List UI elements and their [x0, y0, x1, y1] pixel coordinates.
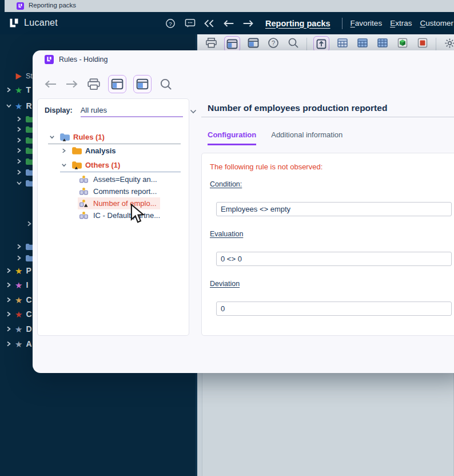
lucanet-brand-icon — [8, 17, 20, 29]
sidebar-subitem[interactable] — [26, 219, 32, 229]
condition-label: Condition: — [210, 180, 242, 188]
sidebar-folder[interactable] — [16, 156, 34, 166]
lucanet-logo-icon — [45, 55, 54, 64]
window-titlebar: Reporting packs — [0, 0, 454, 12]
toolbar-divider — [436, 38, 436, 50]
brand-name: Lucanet — [24, 18, 58, 28]
title-divider — [201, 117, 454, 117]
search-icon[interactable] — [286, 36, 300, 50]
sidebar-folder[interactable] — [16, 124, 34, 134]
menu-customer-portal[interactable]: Customer Portal — [420, 19, 454, 27]
star-yellow-icon: ★ — [15, 267, 22, 275]
tab-additional-information[interactable]: Additional information — [271, 130, 343, 145]
tree-item-analysis[interactable]: Analysis — [61, 145, 116, 157]
lucanet-logo-icon — [17, 2, 24, 10]
window-edge — [0, 0, 5, 12]
chevron-right-icon — [6, 296, 11, 303]
rule-icon — [79, 175, 89, 184]
sidebar-item-p[interactable]: ★P — [6, 265, 31, 276]
upload-icon[interactable] — [313, 36, 329, 52]
layout-left-icon[interactable] — [108, 75, 126, 93]
table-grid-icon[interactable] — [376, 36, 389, 50]
sidebar-folder[interactable] — [16, 135, 34, 145]
tree-rule-assets[interactable]: Assets=Equity an... — [78, 173, 161, 185]
display-filter: Display: All rules — [45, 106, 183, 117]
sidebar-item-d[interactable]: ★D — [6, 324, 32, 334]
svg-text:?: ? — [169, 20, 172, 26]
configuration-panel: The following rule is not observed: Cond… — [201, 153, 454, 336]
search-icon[interactable] — [158, 77, 173, 92]
forward-icon[interactable] — [242, 18, 254, 29]
sidebar-folder[interactable] — [16, 241, 34, 252]
table-blue-icon[interactable] — [356, 36, 369, 50]
folder-orange-icon — [71, 146, 82, 155]
tree-rule-comments[interactable]: Comments report... — [78, 185, 160, 197]
print-icon[interactable] — [86, 77, 101, 92]
gear-icon[interactable] — [443, 36, 454, 50]
tree-item-rules[interactable]: Rules (1) — [49, 131, 105, 143]
back-icon[interactable] — [223, 18, 234, 29]
chevron-down-icon — [49, 134, 55, 140]
help-icon[interactable]: ? — [165, 18, 176, 29]
sidebar-item-r[interactable]: ★ R — [6, 101, 32, 111]
menu-favorites[interactable]: Favorites — [351, 19, 383, 27]
layout-bottom-icon[interactable] — [246, 36, 260, 50]
star-red-icon: ★ — [15, 310, 22, 319]
cube-icon[interactable] — [396, 36, 409, 50]
sidebar-item-c2[interactable]: ★C — [6, 309, 32, 319]
chevron-right-icon — [16, 243, 22, 250]
layout-bottom-icon[interactable] — [133, 75, 152, 93]
chevron-right-icon — [16, 126, 22, 133]
star-gray-icon: ★ — [15, 340, 22, 348]
evaluation-input[interactable] — [216, 252, 452, 266]
star-tan-icon: ★ — [15, 296, 22, 304]
tree-rule-ic-default-partner[interactable]: IC - Default partne... — [78, 209, 164, 221]
sidebar-item-a[interactable]: ★A — [6, 339, 32, 349]
chevron-right-icon — [16, 137, 22, 144]
menu-extras[interactable]: Extras — [390, 19, 412, 27]
chevron-down-icon — [190, 107, 197, 116]
svg-text:?: ? — [272, 39, 275, 46]
print-icon[interactable] — [204, 36, 218, 50]
help-icon[interactable]: ? — [266, 36, 280, 50]
selection-underline — [48, 144, 181, 144]
table-icon[interactable] — [336, 36, 349, 50]
collapse-history-icon[interactable] — [204, 18, 215, 29]
nav-current-page[interactable]: Reporting packs — [265, 19, 330, 28]
mouse-cursor — [130, 204, 146, 227]
tree-item-others[interactable]: Others (1) — [61, 159, 120, 171]
star-pink-icon: ★ — [15, 281, 22, 289]
deviation-input[interactable] — [216, 302, 452, 316]
header-divider — [342, 18, 343, 29]
chevron-right-icon — [26, 220, 32, 227]
tab-configuration[interactable]: Configuration — [208, 130, 256, 145]
selection-underline — [60, 172, 181, 172]
sidebar-item-c1[interactable]: ★C — [6, 295, 32, 305]
stop-icon[interactable] — [416, 36, 429, 50]
sidebar-item-t[interactable]: ★ T — [6, 85, 31, 95]
chevron-right-icon — [16, 169, 22, 176]
back-icon[interactable] — [43, 77, 58, 92]
sidebar-folder[interactable] — [16, 178, 34, 188]
sidebar-folder[interactable] — [16, 145, 34, 156]
display-label: Display: — [45, 106, 73, 114]
sidebar-item-i[interactable]: ★I — [6, 280, 28, 290]
play-icon — [15, 73, 22, 80]
chevron-down-icon — [16, 180, 22, 187]
feedback-icon[interactable] — [184, 18, 196, 29]
chevron-right-icon — [16, 147, 22, 154]
display-select[interactable]: All rules — [81, 106, 183, 117]
layout-left-icon[interactable] — [224, 36, 240, 52]
sidebar-folder[interactable] — [16, 253, 34, 263]
sidebar-folder[interactable] — [16, 167, 34, 177]
rule-icon — [79, 211, 89, 220]
rules-tree-panel: Display: All rules Rules (1) Analysis — [37, 98, 189, 336]
sidebar-folder[interactable] — [16, 114, 34, 124]
tree-rule-number-of-employees[interactable]: Number of emplo... — [78, 197, 160, 209]
forward-icon[interactable] — [65, 77, 79, 92]
chevron-right-icon — [16, 116, 22, 122]
dialog-toolbar — [43, 74, 173, 94]
condition-input[interactable] — [216, 202, 452, 216]
chevron-right-icon — [6, 311, 11, 318]
chevron-right-icon — [6, 86, 11, 93]
